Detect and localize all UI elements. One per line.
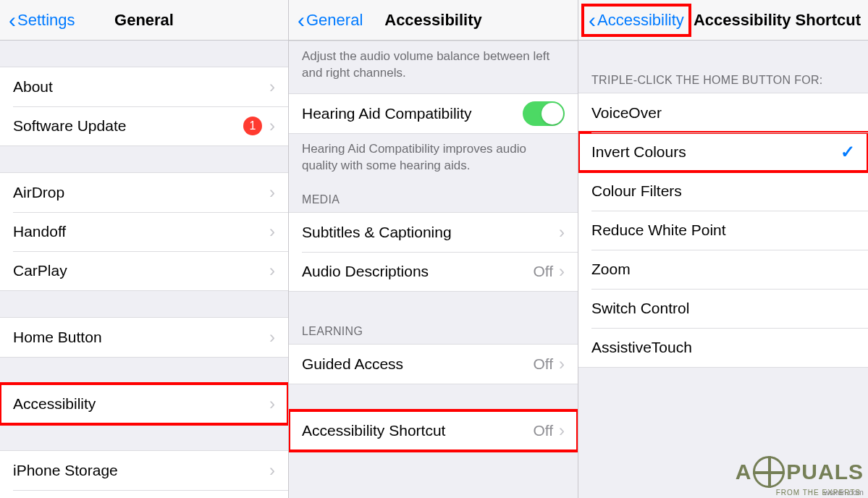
row-reduce-white-point[interactable]: Reduce White Point — [578, 211, 868, 250]
row-iphone-storage[interactable]: iPhone Storage › — [0, 451, 288, 490]
back-label: Settings — [17, 11, 75, 30]
row-assistivetouch[interactable]: AssistiveTouch — [578, 328, 868, 367]
navbar-shortcut: ‹ Accessibility Accessibility Shortcut — [578, 0, 868, 41]
chevron-right-icon: › — [269, 394, 275, 414]
back-to-settings[interactable]: ‹ Settings — [4, 7, 80, 34]
row-label: Audio Descriptions — [302, 263, 533, 280]
row-invert-colours[interactable]: Invert Colours ✓ — [578, 132, 868, 172]
audio-balance-footer: Adjust the audio volume balance between … — [289, 41, 578, 93]
chevron-right-icon: › — [559, 222, 565, 242]
row-label: Invert Colours — [591, 143, 840, 161]
panel-accessibility-shortcut: ‹ Accessibility Accessibility Shortcut T… — [578, 0, 868, 498]
row-home-button[interactable]: Home Button › — [0, 318, 288, 357]
row-label: About — [13, 78, 269, 96]
chevron-right-icon: › — [269, 116, 275, 136]
back-to-general[interactable]: ‹ General — [293, 7, 367, 34]
row-label: iPhone Storage — [13, 462, 269, 479]
row-label: Hearing Aid Compatibility — [302, 105, 523, 122]
checkmark-icon: ✓ — [840, 142, 855, 162]
row-label: Handoff — [13, 223, 269, 240]
panel-accessibility: ‹ General Accessibility Adjust the audio… — [289, 0, 578, 498]
row-carplay[interactable]: CarPlay › — [0, 251, 288, 290]
row-software-update[interactable]: Software Update 1 › — [0, 106, 288, 145]
row-label: Accessibility Shortcut — [302, 422, 533, 439]
chevron-left-icon: ‹ — [298, 9, 305, 31]
row-colour-filters[interactable]: Colour Filters — [578, 172, 868, 211]
page-title: General — [114, 11, 174, 30]
shortcut-content: TRIPLE-CLICK THE HOME BUTTON FOR: VoiceO… — [578, 41, 868, 498]
chevron-left-icon: ‹ — [9, 9, 16, 31]
update-badge: 1 — [243, 117, 262, 135]
row-value: Off — [533, 355, 553, 373]
hearing-aid-footer: Hearing Aid Compatibility improves audio… — [289, 134, 578, 186]
row-about[interactable]: About › — [0, 67, 288, 106]
back-to-accessibility[interactable]: ‹ Accessibility — [583, 5, 690, 35]
row-label: Switch Control — [591, 300, 855, 317]
chevron-right-icon: › — [269, 460, 275, 481]
row-accessibility-shortcut[interactable]: Accessibility Shortcut Off › — [289, 411, 578, 450]
chevron-right-icon: › — [559, 261, 565, 282]
row-airdrop[interactable]: AirDrop › — [0, 173, 288, 212]
row-value: Off — [533, 263, 553, 280]
row-accessibility[interactable]: Accessibility › — [0, 384, 288, 423]
row-zoom[interactable]: Zoom — [578, 250, 868, 289]
row-label: Reduce White Point — [591, 221, 855, 239]
row-guided-access[interactable]: Guided Access Off › — [289, 345, 578, 384]
accessibility-content: Adjust the audio volume balance between … — [289, 41, 578, 498]
row-label: Colour Filters — [591, 182, 855, 200]
page-title: Accessibility — [384, 11, 482, 30]
media-header: MEDIA — [289, 186, 578, 212]
source-caption: wsxdn.com — [824, 488, 864, 497]
row-audio-descriptions[interactable]: Audio Descriptions Off › — [289, 252, 578, 291]
row-subtitles[interactable]: Subtitles & Captioning › — [289, 213, 578, 252]
back-label: Accessibility — [597, 11, 684, 30]
row-handoff[interactable]: Handoff › — [0, 212, 288, 251]
row-label: AirDrop — [13, 184, 269, 201]
chevron-left-icon: ‹ — [589, 9, 596, 31]
row-label: AssistiveTouch — [591, 339, 855, 356]
row-label: Zoom — [591, 261, 855, 278]
chevron-right-icon: › — [559, 354, 565, 374]
chevron-right-icon: › — [269, 77, 275, 97]
row-background-app-refresh[interactable]: Background App Refresh › — [0, 490, 288, 498]
triple-click-header: TRIPLE-CLICK THE HOME BUTTON FOR: — [578, 67, 868, 93]
chevron-right-icon: › — [559, 421, 565, 441]
row-label: Subtitles & Captioning — [302, 224, 559, 241]
row-value: Off — [533, 422, 553, 439]
navbar-accessibility: ‹ General Accessibility — [289, 0, 578, 41]
row-label: Guided Access — [302, 355, 533, 373]
page-title: Accessibility Shortcut — [694, 11, 861, 30]
row-label: CarPlay — [13, 262, 269, 279]
row-label: Accessibility — [13, 395, 269, 413]
row-switch-control[interactable]: Switch Control — [578, 289, 868, 328]
row-label: Home Button — [13, 329, 269, 346]
chevron-right-icon: › — [269, 182, 275, 203]
row-voiceover[interactable]: VoiceOver — [578, 93, 868, 132]
chevron-right-icon: › — [269, 327, 275, 347]
chevron-right-icon: › — [269, 261, 275, 281]
chevron-right-icon: › — [269, 221, 275, 242]
row-hearing-aid[interactable]: Hearing Aid Compatibility — [289, 94, 578, 133]
row-label: Software Update — [13, 117, 243, 135]
row-label: VoiceOver — [591, 104, 855, 122]
learning-header: LEARNING — [289, 318, 578, 344]
panel-general: ‹ Settings General About › Software Upda… — [0, 0, 289, 498]
back-label: General — [306, 11, 363, 30]
navbar-general: ‹ Settings General — [0, 0, 288, 41]
general-content: About › Software Update 1 › AirDrop › Ha… — [0, 41, 288, 498]
toggle-on-icon[interactable] — [523, 101, 565, 126]
